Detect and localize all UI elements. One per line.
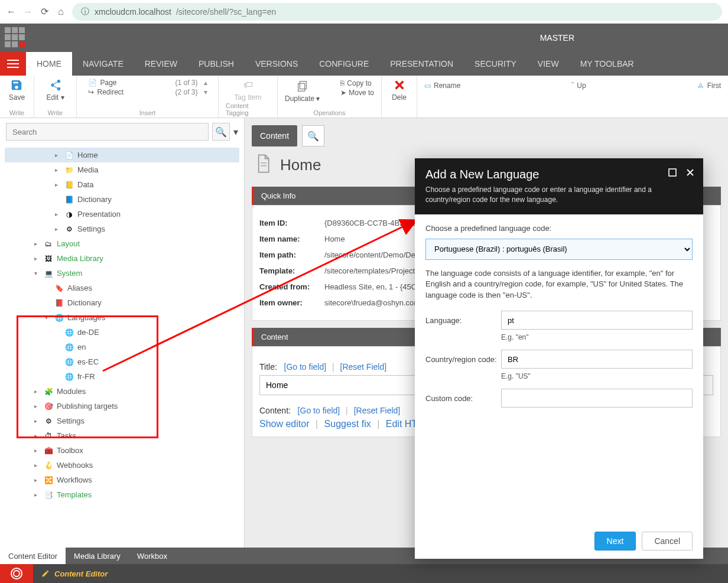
workflow-icon: 🔀 [44, 475, 53, 485]
first-button[interactable]: ⩓First [697, 82, 721, 90]
content-go-to-field[interactable]: [Go to field] [298, 406, 340, 415]
content-reset-field[interactable]: [Reset Field] [354, 406, 401, 415]
tab-navigate[interactable]: NAVIGATE [72, 52, 134, 76]
show-editor-link[interactable]: Show editor [259, 419, 310, 429]
modules-icon: 🧩 [44, 387, 53, 396]
custom-input[interactable] [501, 389, 693, 408]
forward-icon[interactable]: → [22, 6, 33, 17]
globe-icon: 🌐 [54, 313, 64, 323]
tree-media[interactable]: 📁Media [5, 162, 239, 177]
tree-panel: 🔍 ▾ 📄Home 📁Media 📒Data 📘Dictionary ◑Pres… [0, 118, 245, 548]
url-host: xmcloudcm.localhost [95, 7, 171, 17]
tree-system[interactable]: 💻System [5, 266, 239, 281]
insert-redirect[interactable]: ↪ Redirect (2 of 3) ▾ [86, 87, 210, 97]
dialog-header: Add a New Language Choose a predefined l… [415, 158, 703, 214]
template-icon: 📑 [44, 490, 53, 500]
tree-media-library[interactable]: 🖼Media Library [5, 251, 239, 266]
tree-lang-en[interactable]: 🌐en [5, 340, 239, 354]
site-info-icon[interactable]: ⓘ [80, 6, 90, 17]
chevron-down-icon[interactable]: ▾ [204, 88, 207, 96]
title-reset-field[interactable]: [Reset Field] [340, 362, 387, 372]
rename-button[interactable]: ▭Rename [424, 82, 460, 90]
maximize-button[interactable] [668, 168, 677, 180]
duplicate-button[interactable]: Duplicate ▾ [285, 79, 320, 103]
taskbar-content-editor[interactable]: Content Editor [33, 564, 116, 583]
tree-toolbox[interactable]: 🧰Toolbox [5, 443, 239, 458]
copy-to-button[interactable]: ⎘Copy to [340, 79, 374, 87]
region-input[interactable] [501, 350, 693, 369]
presentation-icon: ◑ [64, 210, 74, 219]
home-icon[interactable]: ⌂ [56, 6, 66, 17]
tree-lang-fr[interactable]: 🌐fr-FR [5, 369, 239, 384]
tree-tasks[interactable]: ⏱Tasks [5, 428, 239, 443]
move-to-button[interactable]: ➤Move to [340, 89, 374, 97]
first-icon: ⩓ [697, 82, 704, 90]
delete-button[interactable]: Dele [392, 78, 407, 102]
up-button[interactable]: ˆUp [571, 82, 586, 90]
cancel-button[interactable]: Cancel [642, 532, 693, 551]
tree-settings-2[interactable]: ⚙Settings [5, 413, 239, 428]
globe-icon: 🌐 [64, 357, 74, 367]
search-dropdown[interactable]: ▾ [233, 126, 238, 138]
tree-templates[interactable]: 📑Templates [5, 487, 239, 502]
address-field[interactable]: ⓘ xmcloudcm.localhost/sitecore/shell/?sc… [72, 3, 722, 21]
tree-publishing-targets[interactable]: 🎯Publishing targets [5, 399, 239, 413]
tree-home[interactable]: 📄Home [5, 148, 239, 162]
tree-webhooks[interactable]: 🪝Webhooks [5, 458, 239, 473]
tree-presentation[interactable]: ◑Presentation [5, 207, 239, 222]
svg-point-3 [14, 571, 20, 577]
tab-my-toolbar[interactable]: MY TOOLBAR [570, 52, 645, 76]
back-icon[interactable]: ← [6, 6, 17, 17]
choose-label: Choose a predefined language code: [425, 224, 693, 233]
tab-configure[interactable]: CONFIGURE [308, 52, 379, 76]
chevron-up-icon[interactable]: ▴ [204, 79, 207, 87]
globe-icon: 🌐 [64, 372, 74, 382]
tree-settings[interactable]: ⚙Settings [5, 222, 239, 236]
tree-lang-de[interactable]: 🌐de-DE [5, 325, 239, 340]
content-tab[interactable]: Content [252, 125, 297, 146]
content-search-button[interactable]: 🔍 [302, 125, 324, 146]
tree-aliases[interactable]: 🔖Aliases [5, 281, 239, 295]
bottom-tab-workbox[interactable]: Workbox [129, 548, 176, 564]
tab-review[interactable]: REVIEW [134, 52, 188, 76]
tree-data[interactable]: 📒Data [5, 177, 239, 192]
save-button[interactable]: Save [9, 78, 25, 102]
hamburger-menu[interactable] [0, 52, 26, 76]
content-tree[interactable]: 📄Home 📁Media 📒Data 📘Dictionary ◑Presenta… [0, 145, 244, 548]
reload-icon[interactable]: ⟳ [39, 6, 50, 17]
edit-button[interactable]: Edit ▾ [46, 78, 64, 102]
tree-search-input[interactable] [6, 123, 209, 141]
language-input[interactable] [501, 311, 693, 330]
tree-dictionary[interactable]: 📘Dictionary [5, 192, 239, 207]
app-launcher-icon[interactable] [5, 27, 26, 48]
toolbox-icon: 🧰 [44, 446, 53, 455]
tab-publish[interactable]: PUBLISH [188, 52, 245, 76]
tab-home[interactable]: HOME [26, 52, 72, 76]
bottom-tab-media-library[interactable]: Media Library [66, 548, 129, 564]
tab-view[interactable]: VIEW [527, 52, 570, 76]
title-go-to-field[interactable]: [Go to field] [284, 362, 327, 372]
suggest-fix-link[interactable]: Suggest fix [324, 419, 371, 429]
tab-presentation[interactable]: PRESENTATION [379, 52, 464, 76]
tree-languages[interactable]: 🌐Languages [5, 310, 239, 325]
tree-modules[interactable]: 🧩Modules [5, 384, 239, 399]
media-library-icon: 🖼 [44, 254, 53, 263]
sitecore-logo[interactable] [0, 564, 33, 583]
svg-rect-1 [298, 83, 304, 91]
insert-page[interactable]: 📄 Page (1 of 3) ▴ [86, 78, 210, 87]
tree-layout[interactable]: 🗂Layout [5, 236, 239, 251]
next-button[interactable]: Next [594, 532, 636, 551]
language-select[interactable]: Portuguese (Brazil) : português (Brasil) [425, 239, 693, 260]
svg-point-2 [11, 568, 22, 579]
alias-icon: 🔖 [54, 284, 64, 293]
tag-item-button[interactable]: 🏷 Tag Item [234, 78, 261, 102]
bottom-tab-content-editor[interactable]: Content Editor [0, 548, 66, 564]
close-button[interactable] [685, 168, 695, 180]
tab-security[interactable]: SECURITY [464, 52, 527, 76]
insert-list[interactable]: 📄 Page (1 of 3) ▴ ↪ Redirect (2 of 3) ▾ [86, 78, 210, 97]
search-button[interactable]: 🔍 [212, 123, 230, 141]
tree-workflows[interactable]: 🔀Workflows [5, 473, 239, 487]
tree-lang-es[interactable]: 🌐es-EC [5, 354, 239, 369]
tab-versions[interactable]: VERSIONS [245, 52, 308, 76]
tree-dictionary-2[interactable]: 📕Dictionary [5, 295, 239, 310]
